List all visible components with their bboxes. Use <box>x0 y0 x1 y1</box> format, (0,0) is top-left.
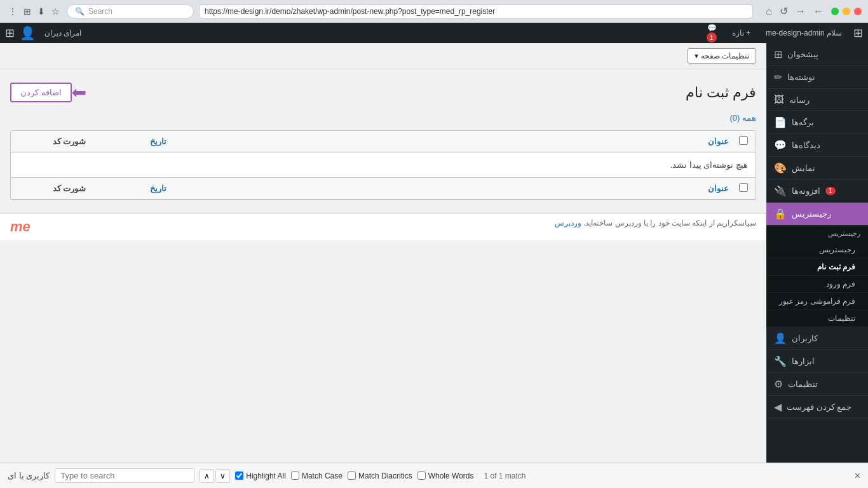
browser-minimize-btn[interactable] <box>843 8 850 15</box>
table-header-row: عنوان تاريخ شورت كد <box>11 131 756 152</box>
table-footer-row: عنوان تاريخ شورت كد <box>11 177 756 200</box>
refresh-icon[interactable]: ↺ <box>777 4 790 18</box>
sidebar-item-dashboard[interactable]: پيشخوان ⊞ <box>766 43 868 66</box>
wp-sidebar: پيشخوان ⊞ نوشته‌ها ✏ رسانه 🖼 برگه‌ها 📄 د… <box>766 43 868 463</box>
admin-bar-comments[interactable]: 💬 1 <box>703 24 721 43</box>
search-icon: 🔍 <box>75 7 85 16</box>
admin-bar-right: ⊞ سلام me-design-admin + تازه 💬 1 <box>703 24 863 43</box>
sidebar-item-posts[interactable]: نوشته‌ها ✏ <box>766 66 868 89</box>
sidebar-item-media[interactable]: رسانه 🖼 <box>766 89 868 111</box>
download-icon[interactable]: ⬇ <box>36 5 47 18</box>
back-icon[interactable]: ← <box>811 4 826 18</box>
comments-icon: 💬 <box>774 139 787 151</box>
browser-window-controls[interactable] <box>831 8 862 15</box>
table-header-date[interactable]: تاريخ <box>120 137 196 146</box>
sidebar-label-registries: رجيستريس <box>792 209 831 219</box>
find-label: كاربرى با اى <box>8 471 50 480</box>
registries-icon: 🔒 <box>774 208 787 220</box>
page-settings-button[interactable]: تنظيمات صفحه ▾ <box>688 48 756 64</box>
browser-chrome: ← → ↺ ⌂ https://me-design.ir/demo/zhaket… <box>0 0 868 23</box>
sidebar-label-pages: برگه‌ها <box>792 118 814 127</box>
table-footer-checkbox-col <box>729 183 748 194</box>
sidebar-subitem-registries[interactable]: رجيستريس <box>766 241 868 259</box>
admin-bar-howdy[interactable]: امراى ديران <box>41 29 85 37</box>
table-footer-title[interactable]: عنوان <box>196 184 729 193</box>
match-count: 1 of 1 match <box>484 471 526 480</box>
plugins-badge: 1 <box>825 187 836 195</box>
dashboard-icon: ⊞ <box>774 48 782 60</box>
find-close-button[interactable]: × <box>855 470 860 482</box>
sidebar-label-settings: تنظيمات <box>788 379 818 389</box>
select-all-checkbox[interactable] <box>739 136 748 145</box>
bookmark-icon[interactable]: ☆ <box>50 5 62 18</box>
admin-bar-site-name[interactable]: سلام me-design-admin <box>762 29 846 37</box>
wordpress-link[interactable]: وردپرس <box>555 219 581 227</box>
arrow-indicator: ➡ <box>72 82 86 103</box>
browser-maximize-btn[interactable] <box>831 8 839 15</box>
sidebar-label-posts: نوشته‌ها <box>787 72 815 82</box>
sidebar-label-media: رسانه <box>789 95 810 105</box>
browser-extension-icons: ☆ ⬇ ⊞ ⋮ <box>6 5 62 18</box>
sidebar-label-collapse: جمع كردن فهرست <box>787 402 851 412</box>
home-icon[interactable]: ⌂ <box>763 4 775 18</box>
whole-words-label[interactable]: Whole Words <box>417 471 474 480</box>
settings-icon: ⚙ <box>774 378 783 390</box>
sidebar-item-users[interactable]: كاربران 👤 <box>766 327 868 350</box>
table-footer-date[interactable]: تاريخ <box>120 184 196 193</box>
add-new-button[interactable]: اضافه كردن <box>10 83 72 102</box>
find-prev-button[interactable]: ∧ <box>200 469 214 483</box>
page-title: فرم ثبت نام <box>686 85 756 101</box>
page-header: فرم ثبت نام ➡ اضافه كردن <box>10 82 756 103</box>
wp-admin-bar: ⊞ سلام me-design-admin + تازه 💬 1 امراى … <box>0 23 868 43</box>
sidebar-item-settings[interactable]: تنظيمات ⚙ <box>766 373 868 396</box>
sidebar-item-registries[interactable]: رجيستريس 🔒 <box>766 203 868 226</box>
address-bar[interactable]: https://me-design.ir/demo/zhaket/wp-admi… <box>199 4 753 18</box>
admin-bar-left: امراى ديران 👤 ⊞ <box>5 25 85 41</box>
comments-badge: 1 <box>707 32 717 43</box>
sidebar-item-appearance[interactable]: نمايش 🎨 <box>766 157 868 180</box>
match-diacritics-label[interactable]: Match Diacritics <box>348 471 412 480</box>
media-icon: 🖼 <box>774 94 784 105</box>
table-footer-shortcode: شورت كد <box>18 184 120 193</box>
whole-words-checkbox[interactable] <box>417 471 426 480</box>
pages-icon: 📄 <box>774 116 787 128</box>
sidebar-item-collapse[interactable]: جمع كردن فهرست ◀ <box>766 396 868 419</box>
match-case-checkbox[interactable] <box>291 471 299 480</box>
wp-icon-right: ⊞ <box>5 26 15 40</box>
header-right-actions: ➡ اضافه كردن <box>10 82 86 103</box>
highlight-all-label[interactable]: Highlight All <box>235 471 286 480</box>
forward-icon[interactable]: → <box>793 4 808 18</box>
submenu-title: رجيستريس <box>766 226 868 241</box>
admin-bar-new[interactable]: + تازه <box>728 29 754 37</box>
find-input[interactable] <box>55 468 194 483</box>
select-all-footer-checkbox[interactable] <box>739 183 748 192</box>
highlight-all-checkbox[interactable] <box>235 471 243 480</box>
match-case-label[interactable]: Match Case <box>291 471 342 480</box>
sidebar-subitem-settings[interactable]: تنظيمات <box>766 310 868 327</box>
appearance-icon: 🎨 <box>774 162 787 174</box>
me-logo: me <box>10 219 31 235</box>
tools-icon: 🔧 <box>774 355 787 367</box>
sidebar-subitem-forgot-password[interactable]: فرم فراموشى رمز عبور <box>766 293 868 310</box>
sidebar-subitem-register-form[interactable]: فرم ثبت نام <box>766 259 868 276</box>
match-diacritics-checkbox[interactable] <box>348 471 356 480</box>
sidebar-item-tools[interactable]: ابزارها 🔧 <box>766 350 868 373</box>
sidebar-subitem-login-form[interactable]: فرم ورود <box>766 276 868 293</box>
find-next-button[interactable]: ∨ <box>215 469 230 483</box>
extensions-icon[interactable]: ⊞ <box>22 5 33 18</box>
filter-bar: همه (0) <box>10 113 756 123</box>
posts-table: عنوان تاريخ شورت كد هيچ نوشته‌اى پيدا نش… <box>10 130 756 200</box>
sidebar-item-pages[interactable]: برگه‌ها 📄 <box>766 111 868 134</box>
browser-close-btn[interactable] <box>854 8 862 15</box>
sidebar-item-plugins[interactable]: 1 افزونه‌ها 🔌 <box>766 180 868 203</box>
filter-all-link[interactable]: همه (0) <box>729 113 756 123</box>
menu-icon[interactable]: ⋮ <box>6 5 19 18</box>
table-header-title[interactable]: عنوان <box>196 137 729 146</box>
browser-search-bar[interactable]: 🔍 Search <box>67 4 194 18</box>
sidebar-label-tools: ابزارها <box>792 356 815 366</box>
wp-logo-icon[interactable]: ⊞ <box>853 26 863 40</box>
sidebar-label-users: كاربران <box>792 334 818 343</box>
browser-search-text: Search <box>88 7 112 16</box>
admin-avatar-icon[interactable]: 👤 <box>20 25 36 41</box>
sidebar-item-comments[interactable]: ديدگاه‌ها 💬 <box>766 134 868 157</box>
